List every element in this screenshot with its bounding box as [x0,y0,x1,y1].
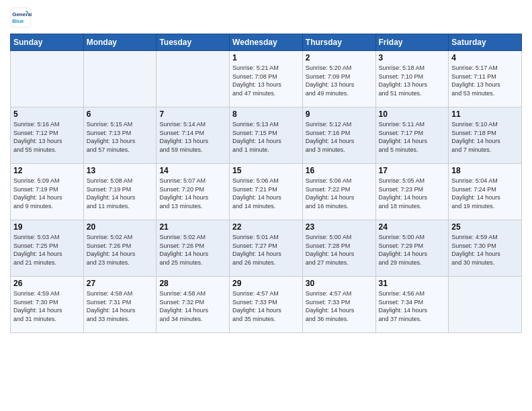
day-info: Sunrise: 4:56 AM Sunset: 7:34 PM Dayligh… [379,289,446,323]
day-number: 18 [451,166,519,175]
day-info: Sunrise: 5:04 AM Sunset: 7:24 PM Dayligh… [451,177,519,210]
calendar-cell: 11Sunrise: 5:10 AM Sunset: 7:18 PM Dayli… [449,107,522,164]
day-info: Sunrise: 4:59 AM Sunset: 7:30 PM Dayligh… [13,289,81,323]
day-number: 5 [13,109,81,119]
day-info: Sunrise: 5:00 AM Sunset: 7:28 PM Dayligh… [306,233,373,267]
day-number: 14 [159,166,226,175]
calendar-cell: 19Sunrise: 5:03 AM Sunset: 7:25 PM Dayli… [11,220,84,277]
calendar-cell: 4Sunrise: 5:17 AM Sunset: 7:11 PM Daylig… [449,51,522,107]
day-info: Sunrise: 4:58 AM Sunset: 7:32 PM Dayligh… [159,289,226,323]
calendar-cell: 21Sunrise: 5:02 AM Sunset: 7:26 PM Dayli… [157,220,230,277]
day-info: Sunrise: 5:20 AM Sunset: 7:09 PM Dayligh… [306,64,373,97]
header-row: SundayMondayTuesdayWednesdayThursdayFrid… [11,34,522,51]
calendar-cell [157,51,230,107]
day-number: 2 [306,53,373,62]
calendar-cell: 31Sunrise: 4:56 AM Sunset: 7:34 PM Dayli… [375,277,449,333]
calendar-body: 1Sunrise: 5:21 AM Sunset: 7:08 PM Daylig… [11,51,522,333]
day-info: Sunrise: 4:59 AM Sunset: 7:30 PM Dayligh… [451,233,519,267]
calendar-cell: 30Sunrise: 4:57 AM Sunset: 7:33 PM Dayli… [302,277,375,333]
svg-text:General: General [12,11,32,17]
day-info: Sunrise: 5:06 AM Sunset: 7:22 PM Dayligh… [306,177,373,210]
calendar-cell: 8Sunrise: 5:13 AM Sunset: 7:15 PM Daylig… [230,107,303,164]
day-info: Sunrise: 5:14 AM Sunset: 7:14 PM Dayligh… [159,120,226,154]
calendar-cell: 28Sunrise: 4:58 AM Sunset: 7:32 PM Dayli… [157,277,230,333]
header-day-wednesday: Wednesday [230,34,303,51]
day-info: Sunrise: 4:57 AM Sunset: 7:33 PM Dayligh… [232,289,300,323]
day-info: Sunrise: 5:06 AM Sunset: 7:21 PM Dayligh… [232,177,300,210]
day-info: Sunrise: 5:21 AM Sunset: 7:08 PM Dayligh… [232,64,300,97]
header-day-tuesday: Tuesday [157,34,230,51]
day-info: Sunrise: 5:13 AM Sunset: 7:15 PM Dayligh… [232,120,300,154]
calendar-cell: 5Sunrise: 5:16 AM Sunset: 7:12 PM Daylig… [11,107,84,164]
header-day-friday: Friday [375,34,449,51]
day-number: 25 [451,222,519,232]
day-number: 4 [451,53,519,62]
calendar-cell: 18Sunrise: 5:04 AM Sunset: 7:24 PM Dayli… [449,164,522,220]
day-info: Sunrise: 5:18 AM Sunset: 7:10 PM Dayligh… [379,64,446,97]
day-info: Sunrise: 5:02 AM Sunset: 7:26 PM Dayligh… [159,233,226,267]
day-info: Sunrise: 5:03 AM Sunset: 7:25 PM Dayligh… [13,233,81,267]
day-number: 1 [232,53,300,62]
calendar-cell: 10Sunrise: 5:11 AM Sunset: 7:17 PM Dayli… [375,107,449,164]
day-number: 12 [13,166,81,175]
day-number: 7 [159,109,226,119]
day-info: Sunrise: 5:10 AM Sunset: 7:18 PM Dayligh… [451,120,519,154]
day-number: 31 [379,279,446,288]
calendar-cell: 20Sunrise: 5:02 AM Sunset: 7:26 PM Dayli… [83,220,157,277]
calendar-cell: 26Sunrise: 4:59 AM Sunset: 7:30 PM Dayli… [11,277,84,333]
calendar-cell: 14Sunrise: 5:07 AM Sunset: 7:20 PM Dayli… [157,164,230,220]
calendar-cell: 24Sunrise: 5:00 AM Sunset: 7:29 PM Dayli… [375,220,449,277]
day-number: 23 [306,222,373,232]
day-number: 13 [87,166,154,175]
calendar-cell: 2Sunrise: 5:20 AM Sunset: 7:09 PM Daylig… [302,51,375,107]
week-row-1: 5Sunrise: 5:16 AM Sunset: 7:12 PM Daylig… [11,107,522,164]
calendar-cell: 12Sunrise: 5:09 AM Sunset: 7:19 PM Dayli… [11,164,84,220]
calendar-table: SundayMondayTuesdayWednesdayThursdayFrid… [10,34,522,333]
day-number: 27 [87,279,154,288]
calendar-cell: 27Sunrise: 4:58 AM Sunset: 7:31 PM Dayli… [83,277,157,333]
calendar-cell: 23Sunrise: 5:00 AM Sunset: 7:28 PM Dayli… [302,220,375,277]
day-number: 9 [306,109,373,119]
day-info: Sunrise: 5:15 AM Sunset: 7:13 PM Dayligh… [87,120,154,154]
week-row-0: 1Sunrise: 5:21 AM Sunset: 7:08 PM Daylig… [11,51,522,107]
header-day-saturday: Saturday [449,34,522,51]
day-info: Sunrise: 4:58 AM Sunset: 7:31 PM Dayligh… [87,289,154,323]
day-number: 6 [87,109,154,119]
day-info: Sunrise: 5:07 AM Sunset: 7:20 PM Dayligh… [159,177,226,210]
calendar-cell: 25Sunrise: 4:59 AM Sunset: 7:30 PM Dayli… [449,220,522,277]
day-number: 19 [13,222,81,232]
day-info: Sunrise: 5:08 AM Sunset: 7:19 PM Dayligh… [87,177,154,210]
calendar-cell: 13Sunrise: 5:08 AM Sunset: 7:19 PM Dayli… [83,164,157,220]
day-info: Sunrise: 5:16 AM Sunset: 7:12 PM Dayligh… [13,120,81,154]
logo: General Blue [10,7,34,28]
day-number: 24 [379,222,446,232]
day-info: Sunrise: 5:05 AM Sunset: 7:23 PM Dayligh… [379,177,446,210]
day-info: Sunrise: 5:09 AM Sunset: 7:19 PM Dayligh… [13,177,81,210]
calendar-cell [449,277,522,333]
day-number: 17 [379,166,446,175]
day-number: 29 [232,279,300,288]
header: General Blue [10,7,522,28]
day-number: 8 [232,109,300,119]
day-info: Sunrise: 5:12 AM Sunset: 7:16 PM Dayligh… [306,120,373,154]
day-info: Sunrise: 5:02 AM Sunset: 7:26 PM Dayligh… [87,233,154,267]
svg-text:Blue: Blue [12,18,24,24]
week-row-4: 26Sunrise: 4:59 AM Sunset: 7:30 PM Dayli… [11,277,522,333]
logo-icon: General Blue [10,7,32,28]
page: General Blue SundayMondayTuesdayWednesda… [0,0,532,411]
day-number: 22 [232,222,300,232]
calendar-cell: 16Sunrise: 5:06 AM Sunset: 7:22 PM Dayli… [302,164,375,220]
day-number: 11 [451,109,519,119]
day-info: Sunrise: 5:17 AM Sunset: 7:11 PM Dayligh… [451,64,519,97]
calendar-cell: 7Sunrise: 5:14 AM Sunset: 7:14 PM Daylig… [157,107,230,164]
day-number: 21 [159,222,226,232]
calendar-cell: 15Sunrise: 5:06 AM Sunset: 7:21 PM Dayli… [230,164,303,220]
week-row-2: 12Sunrise: 5:09 AM Sunset: 7:19 PM Dayli… [11,164,522,220]
calendar-cell: 22Sunrise: 5:01 AM Sunset: 7:27 PM Dayli… [230,220,303,277]
calendar-header: SundayMondayTuesdayWednesdayThursdayFrid… [11,34,522,51]
calendar-cell: 6Sunrise: 5:15 AM Sunset: 7:13 PM Daylig… [83,107,157,164]
day-number: 3 [379,53,446,62]
day-number: 30 [306,279,373,288]
calendar-cell: 9Sunrise: 5:12 AM Sunset: 7:16 PM Daylig… [302,107,375,164]
day-number: 26 [13,279,81,288]
